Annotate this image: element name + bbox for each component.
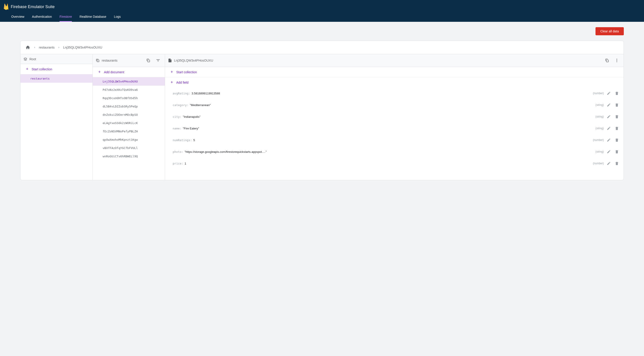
collection-column-title: restaurants xyxy=(102,59,142,62)
document-item[interactable]: Lnj35QLQW3x4PHosOUXU xyxy=(93,77,165,86)
filter-icon[interactable] xyxy=(154,56,162,65)
clear-all-data-button[interactable]: Clear all data xyxy=(596,27,624,35)
delete-icon[interactable] xyxy=(613,90,620,97)
edit-icon[interactable] xyxy=(605,125,612,132)
root-column-title: Root xyxy=(30,57,90,61)
delete-icon[interactable] xyxy=(613,113,620,120)
edit-icon[interactable] xyxy=(605,148,612,155)
field-key: photo: xyxy=(173,150,183,154)
field-type: (string) xyxy=(596,103,604,107)
svg-rect-0 xyxy=(148,60,150,62)
tab-firestore[interactable]: Firestore xyxy=(60,12,72,22)
svg-point-2 xyxy=(616,59,617,60)
field-row[interactable]: category:"Mediterranean"(string) xyxy=(165,99,624,111)
field-row[interactable]: city:"Indianapolis"(string) xyxy=(165,111,624,123)
home-icon[interactable] xyxy=(25,45,30,50)
plus-icon: + xyxy=(98,70,101,74)
field-value: "Mediterranean" xyxy=(190,103,594,107)
document-column: Lnj35QLQW3x4PHosOUXU + Start collection … xyxy=(165,54,624,180)
document-item[interactable]: dnZokuiZOEmrnMOcBpSO xyxy=(93,111,165,119)
field-key: avgRating: xyxy=(173,92,190,95)
tab-logs[interactable]: Logs xyxy=(114,12,120,22)
field-type: (string) xyxy=(596,115,604,118)
copy-icon[interactable] xyxy=(603,56,611,65)
field-actions xyxy=(605,125,620,132)
tab-overview[interactable]: Overview xyxy=(11,12,24,22)
svg-point-4 xyxy=(616,61,617,62)
start-collection-button[interactable]: + Start collection xyxy=(20,64,92,74)
document-item[interactable]: eLAgYxeSS6k2zWORiLcK xyxy=(93,119,165,127)
chevron-right-icon xyxy=(58,46,60,49)
field-value: 5 xyxy=(193,138,592,142)
delete-icon[interactable] xyxy=(613,125,620,132)
copy-icon[interactable] xyxy=(144,56,152,65)
field-actions xyxy=(605,148,620,155)
breadcrumb-collection[interactable]: restaurants xyxy=(39,46,54,49)
field-key: category: xyxy=(173,103,188,107)
document-item[interactable]: fEcZoNSVMNoPefyPBLZH xyxy=(93,127,165,136)
field-row[interactable]: photo:"https://storage.googleapis.com/fi… xyxy=(165,146,624,158)
field-type: (number) xyxy=(593,92,604,95)
delete-icon[interactable] xyxy=(613,101,620,109)
collection-column-header: restaurants xyxy=(93,54,165,67)
tab-authentication[interactable]: Authentication xyxy=(32,12,52,22)
field-row[interactable]: numRatings:5(number) xyxy=(165,134,624,146)
document-icon xyxy=(168,58,172,63)
document-item[interactable]: vBXfFAzOfqYGCfbFVULl xyxy=(93,144,165,152)
start-collection-label: Start collection xyxy=(32,68,52,71)
tab-realtime-database[interactable]: Realtime Database xyxy=(80,12,106,22)
document-item[interactable]: Rqq3DcuUdHTsOBfOSd5h xyxy=(93,94,165,102)
field-row[interactable]: name:"Fire Eatery"(string) xyxy=(165,123,624,134)
header-title-row: Firebase Emulator Suite xyxy=(4,3,640,12)
document-column-header: Lnj35QLQW3x4PHosOUXU xyxy=(165,54,624,67)
field-type: (string) xyxy=(596,150,604,153)
field-row[interactable]: avgRating:3.5816899119913588(number) xyxy=(165,87,624,99)
start-subcollection-button[interactable]: + Start collection xyxy=(165,67,624,77)
document-item[interactable]: wnRoGUiCTv6hRBWELl9Q xyxy=(93,152,165,160)
delete-icon[interactable] xyxy=(613,136,620,144)
chevron-right-icon xyxy=(34,46,36,49)
document-column-title: Lnj35QLQW3x4PHosOUXU xyxy=(174,59,601,62)
collection-icon xyxy=(96,58,100,63)
plus-icon: + xyxy=(170,70,174,74)
menu-dots-icon[interactable] xyxy=(613,56,621,65)
field-key: numRatings: xyxy=(173,138,192,142)
edit-icon[interactable] xyxy=(605,113,612,120)
database-icon xyxy=(23,57,28,61)
root-column: Root + Start collection restaurants xyxy=(20,54,93,180)
delete-icon[interactable] xyxy=(613,160,620,167)
app-title: Firebase Emulator Suite xyxy=(11,5,54,9)
add-field-button[interactable]: + Add field xyxy=(165,77,624,87)
edit-icon[interactable] xyxy=(605,136,612,144)
document-item[interactable]: qpOwXmohoMhKpnzt1Kgw xyxy=(93,136,165,144)
field-type: (string) xyxy=(596,127,604,130)
collection-column: restaurants + Add document Lnj35QLQW3x4P… xyxy=(93,54,165,180)
field-type: (number) xyxy=(593,162,604,165)
firestore-panel: restaurants Lnj35QLQW3x4PHosOUXU Root + … xyxy=(20,41,624,180)
svg-rect-1 xyxy=(606,60,608,62)
field-actions xyxy=(605,113,620,120)
field-value: "Indianapolis" xyxy=(183,115,594,118)
breadcrumb-document[interactable]: Lnj35QLQW3x4PHosOUXU xyxy=(63,46,102,49)
document-item[interactable]: Pd7oNz2eXKxTQsKO9va6 xyxy=(93,86,165,94)
field-key: city: xyxy=(173,115,182,118)
edit-icon[interactable] xyxy=(605,101,612,109)
edit-icon[interactable] xyxy=(605,90,612,97)
firebase-logo-icon xyxy=(4,4,8,10)
field-value: 1 xyxy=(184,162,592,165)
field-value: "https://storage.googleapis.com/firestor… xyxy=(184,150,594,154)
delete-icon[interactable] xyxy=(613,148,620,155)
document-item[interactable]: dL5B4vLDZZubSRy5PeQp xyxy=(93,102,165,111)
field-actions xyxy=(605,160,620,167)
start-subcollection-label: Start collection xyxy=(176,70,197,74)
add-field-label: Add field xyxy=(176,81,188,84)
edit-icon[interactable] xyxy=(605,160,612,167)
field-value: "Fire Eatery" xyxy=(183,127,594,130)
breadcrumb: restaurants Lnj35QLQW3x4PHosOUXU xyxy=(20,41,624,54)
field-actions xyxy=(605,101,620,109)
root-column-header: Root xyxy=(20,54,92,64)
add-document-button[interactable]: + Add document xyxy=(93,67,165,77)
nav-tabs: OverviewAuthenticationFirestoreRealtime … xyxy=(4,12,640,22)
collection-item[interactable]: restaurants xyxy=(20,74,92,83)
field-row[interactable]: price:1(number) xyxy=(165,158,624,169)
